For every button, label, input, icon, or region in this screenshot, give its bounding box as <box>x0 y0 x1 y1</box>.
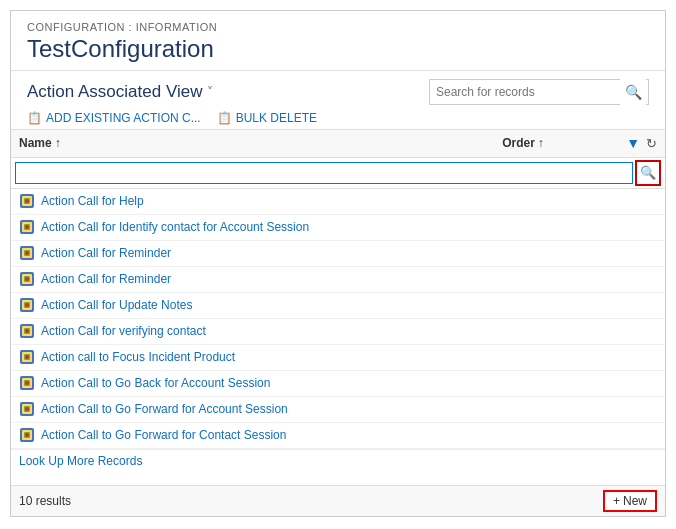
action-row-text: Action Call for verifying contact <box>41 324 206 338</box>
header-section: CONFIGURATION : INFORMATION TestConfigur… <box>11 11 665 71</box>
filter-icon[interactable]: ▼ <box>626 135 640 151</box>
table-row[interactable]: Action Call to Go Forward for Contact Se… <box>11 423 665 449</box>
action-row-text: Action Call for Help <box>41 194 144 208</box>
table-section: Name ↑ Order ↑ ▼ ↻ 🔍 <box>11 129 665 485</box>
bulk-delete-label: BULK DELETE <box>236 111 317 125</box>
add-existing-action-button[interactable]: 📋 ADD EXISTING ACTION C... <box>27 111 201 125</box>
table-row[interactable]: Action Call for Identify contact for Acc… <box>11 215 665 241</box>
table-row[interactable]: Action Call to Go Back for Account Sessi… <box>11 371 665 397</box>
plus-icon: + <box>613 494 620 508</box>
action-row-text: Action Call for Reminder <box>41 246 171 260</box>
table-search-button[interactable]: 🔍 <box>635 160 661 186</box>
action-row-text: Action Call to Go Forward for Contact Se… <box>41 428 286 442</box>
action-row-icon <box>19 323 35 339</box>
new-label: New <box>623 494 647 508</box>
svg-point-31 <box>25 381 29 385</box>
action-row-text: Action Call to Go Back for Account Sessi… <box>41 376 270 390</box>
action-row-text: Action Call for Identify contact for Acc… <box>41 220 309 234</box>
toolbar-row: 📋 ADD EXISTING ACTION C... 📋 BULK DELETE <box>11 109 665 129</box>
table-row[interactable]: Action Call for Update Notes <box>11 293 665 319</box>
table-row[interactable]: Action Call to Go Forward for Account Se… <box>11 397 665 423</box>
action-row-text: Action Call for Reminder <box>41 272 171 286</box>
action-row-icon <box>19 375 35 391</box>
col-name-arrow: ↑ <box>55 136 61 150</box>
footer-bar: 10 results + New <box>11 485 665 516</box>
header-search-container: 🔍 <box>429 79 649 105</box>
lookup-link[interactable]: Look Up More Records <box>11 449 665 472</box>
action-row-icon <box>19 297 35 313</box>
lookup-link-text: Look Up More Records <box>19 454 142 468</box>
svg-point-11 <box>25 251 29 255</box>
results-count: 10 results <box>19 494 71 508</box>
list-inner[interactable]: Action Call for Help Action Call for Ide… <box>11 189 665 485</box>
action-row-text: Action call to Focus Incident Product <box>41 350 235 364</box>
action-row-icon <box>19 427 35 443</box>
action-row-icon <box>19 271 35 287</box>
table-search-input[interactable] <box>15 162 633 184</box>
svg-point-15 <box>25 277 29 281</box>
svg-point-27 <box>25 355 29 359</box>
table-row[interactable]: Action call to Focus Incident Product <box>11 345 665 371</box>
main-container: CONFIGURATION : INFORMATION TestConfigur… <box>10 10 666 517</box>
action-row-text: Action Call to Go Forward for Account Se… <box>41 402 288 416</box>
table-row[interactable]: Action Call for Reminder <box>11 241 665 267</box>
action-row-icon <box>19 219 35 235</box>
svg-point-3 <box>25 199 29 203</box>
rows-container: Action Call for Help Action Call for Ide… <box>11 189 665 449</box>
svg-point-35 <box>25 407 29 411</box>
add-existing-label: ADD EXISTING ACTION C... <box>46 111 201 125</box>
header-search-input[interactable] <box>430 83 620 101</box>
header-search-button[interactable]: 🔍 <box>620 79 646 105</box>
col-order-header: Order ↑ <box>502 136 622 150</box>
view-title: Action Associated View <box>27 82 202 102</box>
action-row-icon <box>19 193 35 209</box>
svg-point-7 <box>25 225 29 229</box>
add-existing-icon: 📋 <box>27 111 42 125</box>
view-title-row: Action Associated View ˅ <box>27 82 213 102</box>
page-title: TestConfiguration <box>27 35 649 64</box>
new-button[interactable]: + New <box>603 490 657 512</box>
table-search-icon: 🔍 <box>640 165 656 180</box>
bulk-delete-button[interactable]: 📋 BULK DELETE <box>217 111 317 125</box>
list-container: Action Call for Help Action Call for Ide… <box>11 189 665 485</box>
svg-point-19 <box>25 303 29 307</box>
header-icons: ▼ ↻ <box>626 135 657 151</box>
config-label: CONFIGURATION : INFORMATION <box>27 21 649 33</box>
svg-point-23 <box>25 329 29 333</box>
table-search-row: 🔍 <box>11 158 665 189</box>
action-row-icon <box>19 349 35 365</box>
bulk-delete-icon: 📋 <box>217 111 232 125</box>
col-order-arrow: ↑ <box>538 136 544 150</box>
view-section: Action Associated View ˅ 🔍 <box>11 71 665 109</box>
col-name-label: Name <box>19 136 52 150</box>
action-row-text: Action Call for Update Notes <box>41 298 192 312</box>
table-row[interactable]: Action Call for Reminder <box>11 267 665 293</box>
col-name-header: Name ↑ <box>19 136 502 150</box>
refresh-icon[interactable]: ↻ <box>646 136 657 151</box>
col-order-label: Order <box>502 136 535 150</box>
table-header: Name ↑ Order ↑ ▼ ↻ <box>11 130 665 158</box>
table-row[interactable]: Action Call for verifying contact <box>11 319 665 345</box>
table-row[interactable]: Action Call for Help <box>11 189 665 215</box>
action-row-icon <box>19 401 35 417</box>
svg-point-39 <box>25 433 29 437</box>
view-dropdown-arrow[interactable]: ˅ <box>207 85 213 99</box>
action-row-icon <box>19 245 35 261</box>
